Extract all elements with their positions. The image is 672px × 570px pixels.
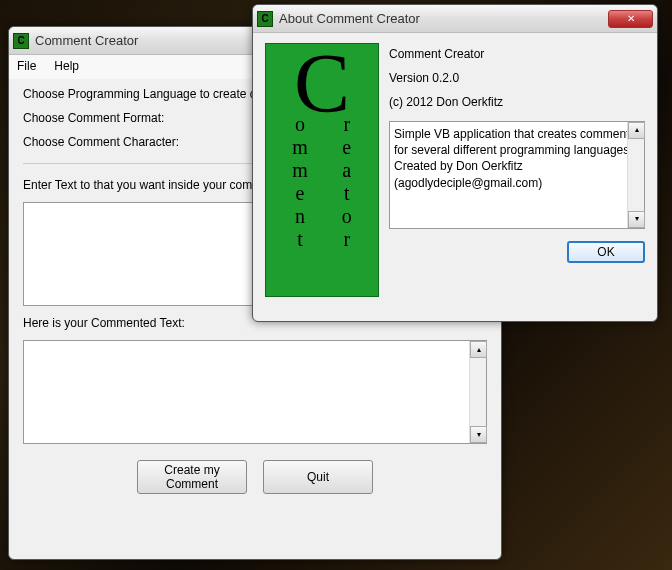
scroll-up-icon[interactable]: ▴	[628, 122, 645, 139]
ok-button[interactable]: OK	[567, 241, 645, 263]
about-product-name: Comment Creator	[389, 47, 645, 61]
about-window: C About Comment Creator ✕ C o m m e n t …	[252, 4, 658, 322]
scroll-up-icon[interactable]: ▴	[470, 341, 487, 358]
about-footer: OK	[389, 241, 645, 263]
create-comment-button[interactable]: Create my Comment	[137, 460, 247, 494]
scroll-down-icon[interactable]: ▾	[470, 426, 487, 443]
close-button[interactable]: ✕	[608, 10, 653, 28]
menu-file[interactable]: File	[17, 59, 36, 73]
about-info: Comment Creator Version 0.2.0 (c) 2012 D…	[389, 43, 645, 121]
window-controls: ✕	[608, 10, 653, 28]
scrollbar[interactable]: ▴ ▾	[627, 122, 644, 228]
logo-big-letter: C	[294, 50, 350, 117]
about-title: About Comment Creator	[279, 11, 608, 26]
about-right: Comment Creator Version 0.2.0 (c) 2012 D…	[389, 43, 645, 297]
about-copyright: (c) 2012 Don Oerkfitz	[389, 95, 645, 109]
about-titlebar[interactable]: C About Comment Creator ✕	[253, 5, 657, 33]
app-icon: C	[257, 11, 273, 27]
button-row: Create my Comment Quit	[23, 460, 487, 494]
logo-right-col: r e a t o r	[342, 113, 352, 251]
app-icon: C	[13, 33, 29, 49]
quit-button[interactable]: Quit	[263, 460, 373, 494]
about-logo: C o m m e n t r e a t o r	[265, 43, 379, 297]
logo-left-col: o m m e n t	[292, 113, 308, 251]
output-text[interactable]	[24, 341, 468, 443]
close-icon: ✕	[627, 13, 635, 24]
about-version: Version 0.2.0	[389, 71, 645, 85]
about-description-text: Simple VB application that creates comme…	[394, 126, 640, 191]
menu-help[interactable]: Help	[54, 59, 79, 73]
about-description-box: Simple VB application that creates comme…	[389, 121, 645, 229]
scroll-down-icon[interactable]: ▾	[628, 211, 645, 228]
logo-columns: o m m e n t r e a t o r	[292, 113, 352, 251]
about-body: C o m m e n t r e a t o r	[253, 33, 657, 307]
scrollbar[interactable]: ▴ ▾	[469, 341, 486, 443]
output-text-area[interactable]: ▴ ▾	[23, 340, 487, 444]
